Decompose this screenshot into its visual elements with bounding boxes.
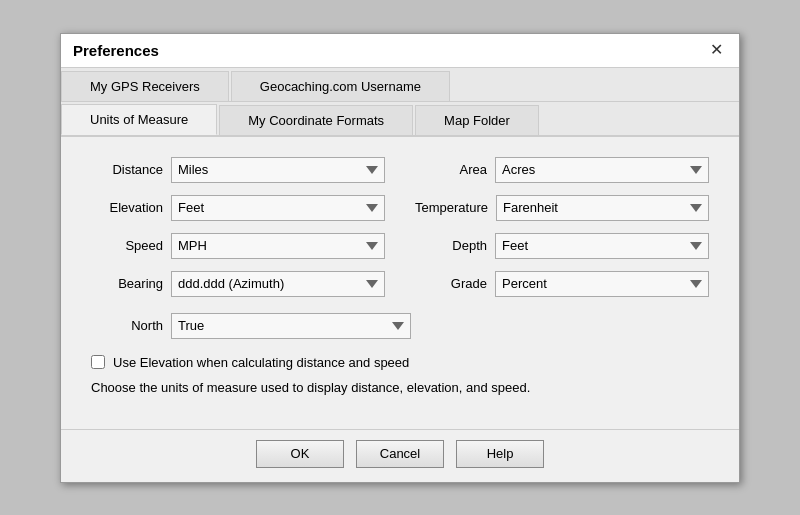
distance-select[interactable]: Miles Kilometers bbox=[171, 157, 385, 183]
preferences-dialog: Preferences ✕ My GPS Receivers Geocachin… bbox=[60, 33, 740, 483]
content-area: Distance Miles Kilometers Elevation Feet… bbox=[61, 137, 739, 429]
elevation-select[interactable]: Feet Meters bbox=[171, 195, 385, 221]
distance-row: Distance Miles Kilometers bbox=[91, 157, 385, 183]
elevation-label: Elevation bbox=[91, 200, 163, 215]
tab-map-folder[interactable]: Map Folder bbox=[415, 105, 539, 135]
depth-row: Depth Feet Meters bbox=[415, 233, 709, 259]
tabs-row-2: Units of Measure My Coordinate Formats M… bbox=[61, 102, 739, 137]
elevation-checkbox-row: Use Elevation when calculating distance … bbox=[91, 355, 709, 370]
bearing-label: Bearing bbox=[91, 276, 163, 291]
area-row: Area Acres Hectares bbox=[415, 157, 709, 183]
temperature-select[interactable]: Farenheit Celsius bbox=[496, 195, 709, 221]
dialog-title: Preferences bbox=[73, 42, 159, 59]
north-select[interactable]: True Magnetic Grid bbox=[171, 313, 411, 339]
cancel-button[interactable]: Cancel bbox=[356, 440, 444, 468]
tab-gps-receivers[interactable]: My GPS Receivers bbox=[61, 71, 229, 101]
speed-select[interactable]: MPH KPH bbox=[171, 233, 385, 259]
grade-row: Grade Percent Degrees bbox=[415, 271, 709, 297]
close-button[interactable]: ✕ bbox=[706, 42, 727, 58]
help-button[interactable]: Help bbox=[456, 440, 544, 468]
distance-label: Distance bbox=[91, 162, 163, 177]
temperature-row: Temperature Farenheit Celsius bbox=[415, 195, 709, 221]
left-column: Distance Miles Kilometers Elevation Feet… bbox=[91, 157, 385, 297]
area-select[interactable]: Acres Hectares bbox=[495, 157, 709, 183]
temperature-label: Temperature bbox=[415, 200, 488, 215]
depth-label: Depth bbox=[415, 238, 487, 253]
speed-row: Speed MPH KPH bbox=[91, 233, 385, 259]
right-column: Area Acres Hectares Temperature Farenhei… bbox=[415, 157, 709, 297]
tab-geocaching-username[interactable]: Geocaching.com Username bbox=[231, 71, 450, 101]
tab-coordinate-formats[interactable]: My Coordinate Formats bbox=[219, 105, 413, 135]
tab-units-of-measure[interactable]: Units of Measure bbox=[61, 104, 217, 135]
bearing-select[interactable]: ddd.ddd (Azimuth) Cardinal bbox=[171, 271, 385, 297]
ok-button[interactable]: OK bbox=[256, 440, 344, 468]
elevation-row: Elevation Feet Meters bbox=[91, 195, 385, 221]
area-label: Area bbox=[415, 162, 487, 177]
north-label: North bbox=[91, 318, 163, 333]
hint-text: Choose the units of measure used to disp… bbox=[91, 380, 709, 395]
north-row: North True Magnetic Grid bbox=[91, 313, 709, 339]
fields-grid: Distance Miles Kilometers Elevation Feet… bbox=[91, 157, 709, 297]
button-row: OK Cancel Help bbox=[61, 429, 739, 482]
tabs-row-1: My GPS Receivers Geocaching.com Username bbox=[61, 68, 739, 102]
depth-select[interactable]: Feet Meters bbox=[495, 233, 709, 259]
speed-label: Speed bbox=[91, 238, 163, 253]
grade-label: Grade bbox=[415, 276, 487, 291]
elevation-checkbox-label: Use Elevation when calculating distance … bbox=[113, 355, 409, 370]
grade-select[interactable]: Percent Degrees bbox=[495, 271, 709, 297]
bearing-row: Bearing ddd.ddd (Azimuth) Cardinal bbox=[91, 271, 385, 297]
elevation-checkbox[interactable] bbox=[91, 355, 105, 369]
title-bar: Preferences ✕ bbox=[61, 34, 739, 68]
